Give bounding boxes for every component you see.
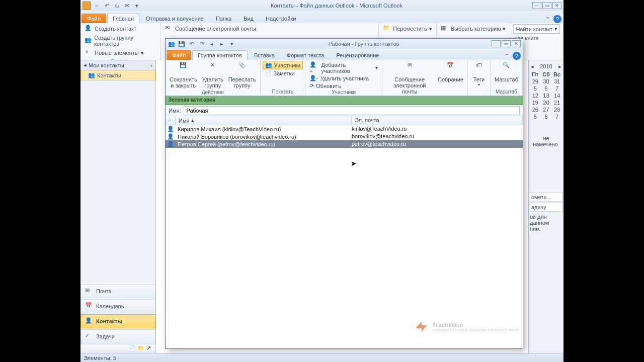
qat-undo-icon[interactable]: ↶ xyxy=(103,2,111,10)
close-button[interactable]: ✕ xyxy=(552,2,561,9)
modal-tab-format[interactable]: Формат текста xyxy=(281,50,330,60)
btn-new-items[interactable]: ✧Новые элементы ▾ xyxy=(84,48,157,57)
email-big-icon: ✉ xyxy=(403,62,417,76)
btn-update[interactable]: ⟳Обновить xyxy=(307,82,380,89)
tab-view[interactable]: Вид xyxy=(238,14,259,23)
sidebar-section-mycontacts[interactable]: ◂ Мои контакты‹ xyxy=(80,60,155,70)
header-email-col[interactable]: Эл. почта xyxy=(352,116,523,125)
members-icon: 👥 xyxy=(265,62,272,68)
nav-mail[interactable]: ✉Почта xyxy=(80,284,155,298)
modal-tab-file[interactable]: Файл xyxy=(167,50,191,60)
btn-add-members[interactable]: 👤+Добавить участников ▾ xyxy=(307,61,380,74)
mail-icon: ✉ xyxy=(165,25,173,33)
name-label: Имя: xyxy=(169,108,181,114)
calendar-nav-icon: 📅 xyxy=(85,302,93,310)
btn-category[interactable]: ▦Выбрать категорию ▾ xyxy=(440,24,507,33)
member-list-header: ▫ Имя ▴ Эл. почта xyxy=(166,116,523,125)
btn-move[interactable]: 📁Переместить ▾ xyxy=(382,24,433,33)
qat-more-icon[interactable]: ▾ xyxy=(133,2,141,10)
minimize-button[interactable]: ─ xyxy=(532,2,541,9)
status-items-count: Элементы: 5 xyxy=(84,355,116,361)
category-banner[interactable]: Зеленая категория xyxy=(166,96,523,105)
modal-minimize-button[interactable]: ─ xyxy=(492,40,501,47)
mail-nav-icon: ✉ xyxy=(85,287,93,295)
modal-tab-group[interactable]: Группа контактов xyxy=(192,50,248,60)
modal-ribbon-toggle-icon[interactable]: ⌃ xyxy=(503,52,511,60)
folders-shortcut-icon[interactable]: 📁 xyxy=(137,345,144,352)
tasks-nav-icon: ✓ xyxy=(85,332,93,340)
save-icon: 💾 xyxy=(176,62,190,76)
find-contact-input[interactable]: Найти контакт ▾ xyxy=(513,24,560,34)
modal-ribbon-tabs: Файл Группа контактов Вставка Формат тек… xyxy=(166,49,523,60)
btn-forward-group[interactable]: 📎Переслать группу xyxy=(226,61,258,89)
modal-help-icon[interactable]: ? xyxy=(513,52,521,60)
ribbon-toggle-icon[interactable]: ⌃ xyxy=(543,15,551,23)
btn-show-members[interactable]: 👥Участники xyxy=(263,61,303,69)
btn-save-close[interactable]: 💾Сохранить и закрыть xyxy=(168,61,199,89)
help-icon[interactable]: ? xyxy=(553,15,561,23)
nav-contacts[interactable]: 👤Контакты xyxy=(80,314,155,328)
notes-shortcut-icon[interactable]: 📄 xyxy=(128,345,135,352)
btn-create-contact[interactable]: 👤Создать контакт xyxy=(84,24,157,33)
nav-tasks[interactable]: ✓Задачи xyxy=(80,329,155,343)
refresh-icon: ⟳ xyxy=(309,82,314,89)
remove-member-icon: 👤- xyxy=(309,75,318,81)
member-list: 👤Кирилов Михаил (kirilov@TeachVideo.ru)k… xyxy=(166,125,523,348)
tab-file[interactable]: Файл xyxy=(82,14,106,23)
group-name-input[interactable] xyxy=(184,106,520,115)
member-row[interactable]: 👤Николай Боровиков (borovikov@teachvideo… xyxy=(166,133,523,140)
btn-delete-group[interactable]: ✕Удалить группу xyxy=(200,61,225,89)
contacts-icon: 👥 xyxy=(88,72,95,78)
category-icon: ▦ xyxy=(441,25,449,33)
main-ribbon-tabs: Файл Главная Отправка и получение Папка … xyxy=(80,11,564,23)
modal-maximize-button[interactable]: ▭ xyxy=(502,40,511,47)
statusbar: Элементы: 5 xyxy=(80,353,564,362)
modal-close-button[interactable]: ✕ xyxy=(512,40,521,47)
tab-addins[interactable]: Надстройки xyxy=(260,14,301,23)
btn-remove-member[interactable]: 👤-Удалить участника xyxy=(307,74,380,82)
btn-tags[interactable]: 🏷Теги▾ xyxy=(470,61,488,88)
modal-redo-icon[interactable]: ↷ xyxy=(198,40,206,48)
app-icon xyxy=(83,2,91,10)
header-name-col[interactable]: Имя ▴ xyxy=(176,116,352,125)
qat-print-icon[interactable]: ⎙ xyxy=(113,2,121,10)
calendar-year: 2010 xyxy=(540,63,552,70)
member-row[interactable]: 👤Петров Сергей (petrov@teachvideo.ru)pet… xyxy=(166,140,523,148)
btn-meeting[interactable]: 📅Собрание xyxy=(436,61,465,96)
maximize-button[interactable]: ▭ xyxy=(542,2,551,9)
task-input[interactable]: адачу xyxy=(531,204,546,210)
member-row[interactable]: 👤Кирилов Михаил (kirilov@TeachVideo.ru)k… xyxy=(166,125,523,133)
qat-sendreceive-icon[interactable]: ✉ xyxy=(123,2,131,10)
no-events-text: не намечено. xyxy=(530,135,562,147)
btn-show-notes[interactable]: 📄Заметки xyxy=(263,69,303,77)
shortcuts-icon[interactable]: ↗ xyxy=(146,345,153,352)
sidebar-item-contacts[interactable]: 👥Контакты xyxy=(80,70,155,80)
modal-prev-icon[interactable]: ◂ xyxy=(208,40,216,48)
tab-folder[interactable]: Папка xyxy=(210,14,237,23)
nav-calendar[interactable]: 📅Календарь xyxy=(80,299,155,313)
modal-tab-review[interactable]: Рецензирование xyxy=(331,50,384,60)
zoom-icon: 🔍 xyxy=(499,62,513,76)
navigation-pane: ◂ Мои контакты‹ 👥Контакты ✉Почта 📅Календ… xyxy=(80,60,156,353)
btn-create-group[interactable]: 👥Создать группу контактов xyxy=(84,34,157,47)
qat-save-icon[interactable]: ▫ xyxy=(93,2,101,10)
btn-zoom[interactable]: 🔍Масштаб xyxy=(493,61,520,83)
main-titlebar: ▫ ↶ ⎙ ✉ ▾ Контакты - Файл данных Outlook… xyxy=(80,0,564,11)
modal-undo-icon[interactable]: ↶ xyxy=(188,40,196,48)
watermark: TeachVideoПОСМОТРИ КАК ЗНАНИЯ МЕНЯЮТ МИР xyxy=(414,319,519,334)
btn-send-email[interactable]: ✉Сообщение электронной почты xyxy=(384,61,435,96)
notes-icon: 📄 xyxy=(265,70,272,76)
group-icon: 👥 xyxy=(85,37,92,45)
tab-home[interactable]: Главная xyxy=(107,14,139,23)
btn-email-message[interactable]: ✉Сообщение электронной почты xyxy=(164,24,375,33)
header-icon-col[interactable]: ▫ xyxy=(166,116,176,125)
add-member-icon: 👤+ xyxy=(309,61,319,74)
modal-next-icon[interactable]: ▸ xyxy=(218,40,226,48)
modal-qat-more-icon[interactable]: ▾ xyxy=(228,40,236,48)
todo-bar: ◂2010▸ ПтСбВс 29303156712131419202126272… xyxy=(528,60,564,353)
modal-save-icon[interactable]: 💾 xyxy=(178,40,186,48)
tab-sendreceive[interactable]: Отправка и получение xyxy=(140,14,209,23)
group-name-row: Имя: xyxy=(166,105,523,116)
modal-tab-insert[interactable]: Вставка xyxy=(249,50,280,60)
delete-icon: ✕ xyxy=(206,62,220,76)
